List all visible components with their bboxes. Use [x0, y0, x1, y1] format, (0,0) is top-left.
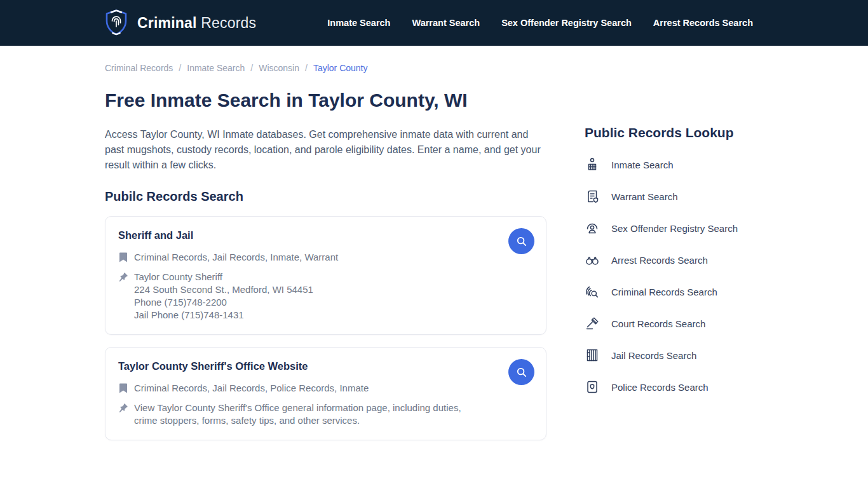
card-details-row: Taylor County Sheriff 224 South Second S…	[118, 271, 533, 322]
search-icon	[516, 236, 527, 247]
top-navbar: Criminal Records Inmate Search Warrant S…	[0, 0, 868, 46]
breadcrumb-separator: /	[250, 63, 253, 73]
result-card-sheriff-and-jail: Sheriff and Jail Criminal Records, Jail …	[105, 216, 546, 335]
detail-line: Phone (715)748-2200	[134, 296, 313, 309]
card-title-link[interactable]: Sheriff and Jail	[118, 229, 193, 241]
card-categories-row: Criminal Records, Jail Records, Police R…	[118, 382, 533, 395]
card-categories-row: Criminal Records, Jail Records, Inmate, …	[118, 251, 533, 264]
sidebar-item-label: Court Records Search	[611, 318, 705, 329]
sidebar-item-label: Criminal Records Search	[611, 287, 717, 297]
sidebar-item-label: Sex Offender Registry Search	[611, 223, 738, 234]
bookmark-icon	[118, 252, 128, 263]
warrant-search-icon	[585, 189, 600, 204]
detail-line: Jail Phone (715)748-1431	[134, 309, 313, 322]
search-icon	[516, 367, 527, 378]
brand-name: Criminal Records	[137, 15, 256, 32]
inmate-search-icon	[585, 157, 600, 172]
gavel-icon	[585, 316, 600, 331]
nav-warrant-search[interactable]: Warrant Search	[412, 18, 480, 28]
sidebar-item-label: Jail Records Search	[611, 350, 696, 361]
sidebar-item-warrant-search[interactable]: Warrant Search	[585, 180, 769, 212]
sidebar-item-label: Arrest Records Search	[611, 255, 708, 266]
breadcrumb-criminal-records[interactable]: Criminal Records	[105, 63, 173, 73]
card-categories: Criminal Records, Jail Records, Police R…	[134, 382, 369, 395]
section-heading: Pubilc Records Search	[105, 189, 546, 204]
breadcrumb-separator: /	[179, 63, 181, 73]
handcuffs-icon	[585, 252, 600, 268]
breadcrumb-wisconsin[interactable]: Wisconsin	[259, 63, 299, 73]
sidebar-item-jail-records-search[interactable]: Jail Records Search	[585, 339, 769, 371]
card-search-button[interactable]	[508, 228, 534, 254]
shield-fingerprint-icon	[104, 9, 129, 37]
bookmark-icon	[118, 383, 128, 394]
sidebar-item-label: Inmate Search	[611, 159, 674, 170]
sidebar-item-arrest-records-search[interactable]: Arrest Records Search	[585, 244, 769, 276]
sidebar-item-criminal-records-search[interactable]: Criminal Records Search	[585, 276, 769, 308]
brand-logo[interactable]: Criminal Records	[104, 9, 256, 37]
sidebar-item-inmate-search[interactable]: Inmate Search	[585, 149, 769, 180]
card-categories: Criminal Records, Jail Records, Inmate, …	[134, 251, 338, 264]
breadcrumb: Criminal Records / Inmate Search / Wisco…	[105, 63, 546, 73]
card-title-link[interactable]: Taylor County Sheriff's Office Website	[118, 360, 308, 372]
police-badge-icon	[585, 379, 600, 395]
public-records-sidebar: Public Records Lookup Inmate Search	[585, 125, 769, 440]
card-details: Taylor County Sheriff 224 South Second S…	[134, 271, 313, 322]
pin-icon	[118, 402, 128, 414]
main-column: Criminal Records / Inmate Search / Wisco…	[105, 63, 546, 440]
sidebar-item-police-records-search[interactable]: Police Records Search	[585, 371, 769, 403]
sidebar-item-label: Warrant Search	[611, 191, 677, 202]
sidebar-list: Inmate Search Warrant Search	[585, 149, 769, 403]
nav-sex-offender-registry-search[interactable]: Sex Offender Registry Search	[501, 18, 632, 28]
result-card-sheriff-office-website: Taylor County Sheriff's Office Website C…	[105, 347, 546, 440]
page-content: Criminal Records / Inmate Search / Wisco…	[0, 46, 868, 440]
brand-name-bold: Criminal	[137, 15, 197, 31]
brand-name-regular: Records	[201, 15, 256, 31]
main-nav: Inmate Search Warrant Search Sex Offende…	[327, 18, 753, 28]
pin-icon	[118, 271, 128, 283]
sidebar-item-label: Police Records Search	[611, 382, 709, 393]
breadcrumb-separator: /	[305, 63, 308, 73]
detail-line: 224 South Second St., Medford, WI 54451	[134, 283, 313, 296]
jail-bars-icon	[585, 348, 600, 363]
card-details: View Taylor County Sheriff's Office gene…	[134, 402, 477, 427]
intro-paragraph: Access Taylor County, WI Inmate database…	[105, 127, 546, 173]
card-search-button[interactable]	[508, 359, 534, 385]
sex-offender-registry-icon	[585, 220, 600, 236]
sidebar-item-court-records-search[interactable]: Court Records Search	[585, 308, 769, 339]
nav-inmate-search[interactable]: Inmate Search	[327, 18, 390, 28]
page-title: Free Inmate Search in Taylor County, WI	[105, 89, 546, 112]
nav-arrest-records-search[interactable]: Arrest Records Search	[653, 18, 753, 28]
fingerprint-search-icon	[585, 284, 600, 299]
detail-line: Taylor County Sheriff	[134, 271, 313, 283]
breadcrumb-inmate-search[interactable]: Inmate Search	[187, 63, 245, 73]
sidebar-heading: Public Records Lookup	[585, 125, 769, 140]
sidebar-item-sex-offender-registry-search[interactable]: Sex Offender Registry Search	[585, 212, 769, 244]
card-details-row: View Taylor County Sheriff's Office gene…	[118, 402, 533, 427]
breadcrumb-taylor-county[interactable]: Taylor County	[313, 63, 368, 73]
